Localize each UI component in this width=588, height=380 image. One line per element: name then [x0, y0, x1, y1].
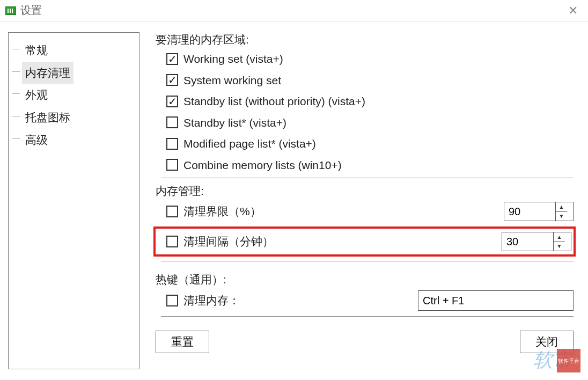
sidebar-nav: 常规 内存清理 外观 托盘图标 高级: [8, 32, 139, 369]
label-standby-no-priority: Standby list (without priority) (vista+): [183, 93, 365, 110]
separator-1: [161, 178, 574, 178]
app-icon: [5, 6, 16, 15]
close-button[interactable]: 关闭: [520, 331, 574, 353]
memory-manage-title: 内存管理:: [156, 184, 574, 199]
option-modified-page-list: Modified page list* (vista+): [156, 135, 574, 152]
option-standby-list: Standby list* (vista+): [156, 114, 574, 131]
sidebar-item-memory-clean[interactable]: 内存清理: [22, 62, 74, 84]
option-system-working-set: System working set: [156, 72, 574, 89]
label-modified-page-list: Modified page list* (vista+): [183, 135, 316, 152]
main-panel: 要清理的内存区域: Working set (vista+) System wo…: [156, 32, 580, 369]
clean-limit-row: 清理界限（%） ▲ ▼: [156, 202, 574, 221]
checkbox-clean-interval[interactable]: [166, 236, 178, 247]
checkbox-working-set[interactable]: [166, 53, 178, 65]
checkbox-combine-memory-lists[interactable]: [166, 159, 178, 171]
separator-2: [161, 261, 574, 261]
spin-arrows-clean-interval: ▲ ▼: [553, 232, 565, 251]
label-system-working-set: System working set: [183, 72, 281, 89]
label-clean-interval: 清理间隔（分钟）: [183, 234, 274, 249]
spin-up-icon[interactable]: ▲: [556, 202, 567, 211]
sidebar-item-advanced[interactable]: 高级: [22, 129, 51, 151]
sidebar-item-tray-icon[interactable]: 托盘图标: [22, 106, 74, 129]
input-clean-limit[interactable]: [504, 202, 555, 221]
label-standby-list: Standby list* (vista+): [183, 114, 286, 131]
checkbox-standby-list[interactable]: [166, 116, 178, 128]
close-icon[interactable]: ✕: [563, 1, 583, 20]
highlighted-interval-row: 清理间隔（分钟） ▲ ▼: [153, 226, 576, 257]
label-hotkey: 清理内存：: [183, 293, 240, 308]
window-title: 设置: [20, 3, 42, 18]
sidebar-item-appearance[interactable]: 外观: [22, 84, 51, 106]
input-hotkey[interactable]: [418, 290, 574, 311]
input-clean-interval[interactable]: [502, 232, 553, 251]
sidebar-item-general[interactable]: 常规: [22, 39, 51, 62]
hotkey-row: 清理内存：: [156, 290, 574, 311]
option-combine-memory-lists: Combine memory lists (win10+): [156, 157, 574, 174]
spin-up-icon[interactable]: ▲: [554, 232, 565, 242]
checkbox-hotkey[interactable]: [166, 295, 178, 306]
checkbox-clean-limit[interactable]: [166, 206, 178, 217]
reset-button[interactable]: 重置: [156, 331, 209, 353]
spin-arrows-clean-limit: ▲ ▼: [555, 202, 567, 221]
spin-clean-interval: ▲ ▼: [502, 232, 571, 251]
option-standby-no-priority: Standby list (without priority) (vista+): [156, 93, 574, 110]
spin-down-icon[interactable]: ▼: [556, 211, 567, 221]
clean-interval-row: 清理间隔（分钟） ▲ ▼: [156, 232, 571, 251]
checkbox-standby-no-priority[interactable]: [166, 96, 178, 107]
content-area: 常规 内存清理 外观 托盘图标 高级 要清理的内存区域: Working set…: [0, 21, 588, 380]
label-clean-limit: 清理界限（%）: [183, 204, 261, 219]
spin-clean-limit: ▲ ▼: [504, 202, 574, 221]
hotkey-title: 热键（通用）:: [156, 272, 574, 287]
separator-3: [161, 316, 574, 317]
option-working-set: Working set (vista+): [156, 50, 574, 68]
label-combine-memory-lists: Combine memory lists (win10+): [183, 157, 342, 174]
memory-areas-title: 要清理的内存区域:: [156, 32, 574, 47]
checkbox-modified-page-list[interactable]: [166, 138, 178, 150]
checkbox-system-working-set[interactable]: [166, 74, 178, 86]
spin-down-icon[interactable]: ▼: [554, 242, 565, 251]
title-bar: 设置 ✕: [0, 0, 588, 21]
button-row: 重置 关闭: [156, 331, 574, 353]
label-working-set: Working set (vista+): [183, 50, 283, 68]
